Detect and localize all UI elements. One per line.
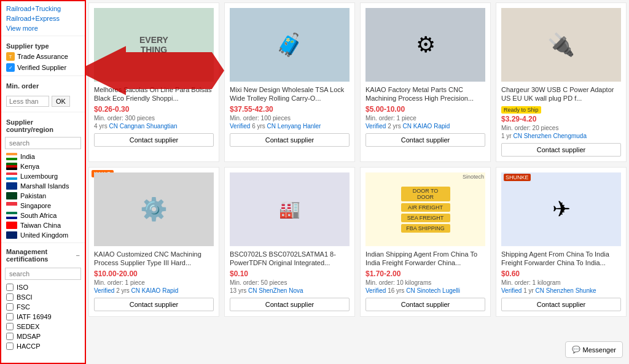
cert-bsci-checkbox[interactable] bbox=[6, 293, 14, 301]
cert-haccp-label: HACCP bbox=[17, 343, 41, 350]
verified-supplier-item[interactable]: ✓ Verified Supplier bbox=[1, 62, 85, 73]
flag-south-africa bbox=[6, 212, 17, 219]
cert-mdsap-checkbox[interactable] bbox=[6, 333, 14, 340]
cert-fsc-checkbox[interactable] bbox=[6, 303, 14, 311]
product-title-5: KAIAO Customized CNC Machining Process S… bbox=[94, 250, 214, 267]
product-card-5: KAIAO ⚙️ KAIAO Customized CNC Machining … bbox=[88, 167, 219, 317]
ready-ship-badge-4: Ready to Ship bbox=[501, 106, 541, 114]
min-order-section: OK bbox=[1, 91, 85, 109]
cert-haccp[interactable]: HACCP bbox=[1, 341, 85, 351]
flag-pakistan bbox=[6, 192, 17, 199]
min-order-title: Min. order bbox=[1, 79, 85, 91]
contact-supplier-btn-8[interactable]: Contact supplier bbox=[501, 298, 621, 311]
cert-sedex[interactable]: SEDEX bbox=[1, 322, 85, 331]
country-pakistan[interactable]: Pakistan bbox=[1, 191, 85, 201]
sidebar: Railroad+Trucking Railroad+Express View … bbox=[0, 0, 86, 364]
cert-fsc[interactable]: FSC bbox=[1, 302, 85, 312]
contact-supplier-btn-3[interactable]: Contact supplier bbox=[365, 133, 485, 147]
product-title-2: Mixi New Design Wholesale TSA Lock Wide … bbox=[230, 85, 350, 103]
cert-collapse-icon[interactable]: − bbox=[76, 252, 80, 259]
supplier-type-title: Supplier type bbox=[1, 39, 85, 51]
product-img-1: EVERYTHING bbox=[94, 8, 214, 82]
cert-iatf[interactable]: IATF 16949 bbox=[1, 312, 85, 322]
messenger-label: Messenger bbox=[583, 346, 616, 354]
country-search-input[interactable] bbox=[5, 137, 81, 149]
railroad-express-link[interactable]: Railroad+Express bbox=[1, 14, 85, 23]
product-price-3: $5.00-10.00 bbox=[365, 105, 485, 114]
product-title-3: KAIAO Factory Metal Parts CNC Machining … bbox=[365, 85, 485, 103]
cert-iso-checkbox[interactable] bbox=[6, 284, 14, 291]
contact-supplier-btn-6[interactable]: Contact supplier bbox=[230, 298, 350, 311]
messenger-button[interactable]: 💬 Messenger bbox=[565, 341, 623, 358]
cert-iatf-label: IATF 16949 bbox=[17, 313, 52, 320]
contact-supplier-btn-4[interactable]: Contact supplier bbox=[501, 143, 621, 157]
product-card-4: 🔌 Chargeur 30W USB C Power Adaptor US EU… bbox=[496, 2, 627, 162]
cert-haccp-checkbox[interactable] bbox=[6, 343, 14, 350]
product-img-8: SHUNKE ✈ bbox=[501, 172, 621, 246]
verified-supplier-label: Verified Supplier bbox=[17, 64, 66, 71]
country-singapore[interactable]: Singapore bbox=[1, 201, 85, 211]
product-supplier-2: Verified 6 yrs CN Lenyang Hanler bbox=[230, 123, 350, 130]
product-min-order-3: Min. order: 1 piece bbox=[365, 115, 485, 122]
product-supplier-1: 4 yrs CN Cangnan Shuangtian bbox=[94, 123, 214, 130]
product-card-1: EVERYTHING Melhores Sacolas On Line Para… bbox=[88, 2, 219, 162]
product-supplier-8: Verified 1 yr CN Shenzhen Shunke bbox=[501, 287, 621, 294]
contact-supplier-btn-1[interactable]: Contact supplier bbox=[94, 133, 214, 147]
product-min-order-7: Min. order: 10 kilograms bbox=[365, 279, 485, 286]
cert-sedex-label: SEDEX bbox=[17, 323, 39, 330]
country-singapore-label: Singapore bbox=[20, 202, 51, 209]
product-price-5: $10.00-20.00 bbox=[94, 269, 214, 278]
flag-kenya bbox=[6, 163, 17, 170]
view-more-link[interactable]: View more bbox=[1, 23, 85, 33]
product-min-order-2: Min. order: 100 pieces bbox=[230, 115, 350, 122]
product-min-order-6: Min. order: 50 pieces bbox=[230, 279, 350, 286]
product-price-6: $0.10 bbox=[230, 269, 350, 278]
country-kenya[interactable]: Kenya bbox=[1, 161, 85, 171]
country-south-africa[interactable]: South Africa bbox=[1, 211, 85, 220]
country-marshall-islands[interactable]: Marshall Islands bbox=[1, 181, 85, 191]
country-luxembourg[interactable]: Luxembourg bbox=[1, 171, 85, 181]
product-min-order-8: Min. order: 1 kilogram bbox=[501, 279, 621, 286]
product-grid: EVERYTHING Melhores Sacolas On Line Para… bbox=[88, 2, 627, 317]
country-united-kingdom-label: United Kingdom bbox=[20, 231, 68, 239]
product-img-4: 🔌 bbox=[501, 8, 621, 82]
cert-bsci[interactable]: BSCI bbox=[1, 292, 85, 302]
flag-marshall-islands bbox=[6, 182, 17, 190]
min-order-input[interactable] bbox=[6, 96, 49, 107]
cert-fsc-label: FSC bbox=[17, 303, 30, 311]
country-india[interactable]: India bbox=[1, 152, 85, 161]
contact-supplier-btn-5[interactable]: Contact supplier bbox=[94, 298, 214, 311]
contact-supplier-btn-2[interactable]: Contact supplier bbox=[230, 133, 350, 147]
contact-supplier-btn-7[interactable]: Contact supplier bbox=[365, 298, 485, 311]
country-united-kingdom[interactable]: United Kingdom bbox=[1, 230, 85, 240]
product-supplier-6: 13 yrs CN ShenZhen Nova bbox=[230, 287, 350, 294]
product-card-6: 🏭 BSC0702LS BSC0702LSATMA1 8-PowerTDFN O… bbox=[224, 167, 355, 317]
product-min-order-5: Min. order: 1 piece bbox=[94, 279, 214, 286]
cert-mdsap[interactable]: MDSAP bbox=[1, 331, 85, 341]
country-south-africa-label: South Africa bbox=[20, 212, 57, 219]
country-india-label: India bbox=[20, 153, 35, 160]
country-taiwan-china-label: Taiwan China bbox=[20, 222, 61, 229]
flag-india bbox=[6, 153, 17, 160]
trade-assurance-label: Trade Assurance bbox=[17, 53, 68, 60]
product-supplier-3: Verified 2 yrs CN KAIAO Rapid bbox=[365, 123, 485, 130]
cert-sedex-checkbox[interactable] bbox=[6, 323, 14, 330]
cert-search-input[interactable] bbox=[5, 268, 81, 280]
cert-iso-label: ISO bbox=[17, 284, 28, 291]
trade-assurance-item[interactable]: T Trade Assurance bbox=[1, 51, 85, 62]
product-title-8: Shipping Agent From China To India Freig… bbox=[501, 250, 621, 267]
cert-iso[interactable]: ISO bbox=[1, 282, 85, 292]
cert-iatf-checkbox[interactable] bbox=[6, 313, 14, 320]
product-img-5: ⚙️ bbox=[94, 172, 214, 246]
main-content: EVERYTHING Melhores Sacolas On Line Para… bbox=[86, 0, 629, 364]
country-taiwan-china[interactable]: Taiwan China bbox=[1, 220, 85, 230]
cert-title: Management certifications bbox=[6, 248, 76, 263]
product-supplier-4: 1 yr CN Shenzhen Chengmuda bbox=[501, 133, 621, 139]
trade-assurance-icon: T bbox=[6, 52, 15, 61]
flag-singapore bbox=[6, 202, 17, 209]
ok-button[interactable]: OK bbox=[52, 96, 70, 107]
railroad-trucking-link[interactable]: Railroad+Trucking bbox=[1, 4, 85, 14]
country-title: Supplier country/region bbox=[1, 115, 85, 134]
product-card-2: 🧳 Mixi New Design Wholesale TSA Lock Wid… bbox=[224, 2, 355, 162]
flag-taiwan-china bbox=[6, 222, 17, 229]
